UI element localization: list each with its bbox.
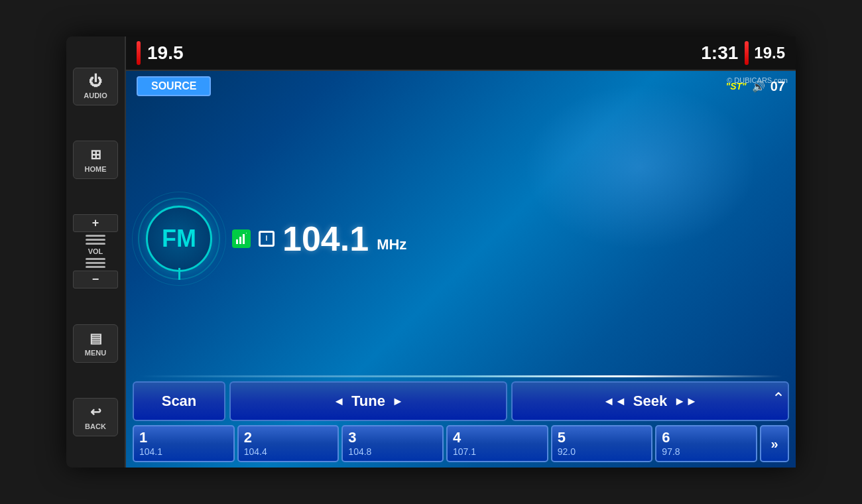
svg-rect-0 [236, 239, 238, 244]
screen-content: © DUBICARS.com SOURCE "ST" 🔊 07 FM [126, 71, 796, 468]
mhz-label: MHz [377, 236, 406, 253]
tune-right-arrow[interactable]: ► [392, 395, 404, 409]
temp-right: 19.5 [754, 44, 785, 62]
power-icon: ⏻ [89, 74, 102, 89]
grid-icon: ⊞ [90, 147, 101, 162]
vol-up-button[interactable]: + [73, 214, 118, 232]
preset-row: 1 104.1 2 104.4 3 104.8 4 107.1 5 92.0 6… [133, 425, 789, 462]
vol-label: VOL [88, 247, 103, 255]
sidebar: ⏻ AUDIO ⊞ HOME + VOL − ▤ MENU [66, 36, 126, 468]
source-badge[interactable]: SOURCE [137, 76, 211, 96]
preset-next-button[interactable]: » [760, 425, 789, 462]
temp-right-indicator [745, 41, 749, 65]
home-label: HOME [85, 165, 107, 173]
preset-freq-2: 104.4 [244, 446, 267, 458]
control-row: Scan ◄ Tune ► ◄◄ Seek ►► [133, 381, 789, 421]
vol-lines [86, 235, 105, 245]
fm-text: FM [162, 225, 196, 253]
preset-number-4: 4 [453, 430, 461, 445]
preset-button-2[interactable]: 2 104.4 [237, 425, 339, 462]
svg-rect-3 [246, 233, 247, 233]
scan-label: Scan [162, 393, 197, 410]
back-label: BACK [85, 422, 106, 430]
preset-number-1: 1 [139, 430, 147, 445]
tune-left-arrow[interactable]: ◄ [333, 395, 345, 409]
top-right: 1:31 19.5 [701, 41, 785, 65]
fm-logo: FM [146, 206, 212, 272]
menu-button[interactable]: ▤ MENU [73, 324, 118, 363]
seek-fwd-button[interactable]: ►► [674, 395, 698, 409]
seek-back-button[interactable]: ◄◄ [603, 395, 627, 409]
temp-left: 19.5 [147, 42, 184, 64]
menu-icon: ▤ [90, 330, 102, 346]
home-button[interactable]: ⊞ HOME [73, 141, 118, 179]
divider-line [139, 375, 782, 377]
preset-icon: I [259, 231, 275, 247]
menu-label: MENU [85, 349, 106, 357]
preset-number-2: 2 [244, 430, 252, 445]
next-icon: » [770, 436, 778, 452]
vol-lines2 [86, 258, 105, 268]
seek-label: Seek [633, 393, 667, 410]
audio-label: AUDIO [84, 92, 107, 99]
scan-button[interactable]: Scan [133, 381, 225, 421]
seek-button[interactable]: ◄◄ Seek ►► [511, 381, 789, 421]
preset-button-5[interactable]: 5 92.0 [551, 425, 653, 462]
top-bar: 19.5 1:31 19.5 [126, 36, 796, 71]
preset-freq-6: 97.8 [662, 446, 680, 458]
preset-freq-5: 92.0 [558, 446, 576, 458]
tune-label: Tune [351, 393, 385, 410]
vol-down-button[interactable]: − [73, 271, 118, 288]
fm-display: FM I 104.1 [126, 101, 796, 375]
tune-button[interactable]: ◄ Tune ► [229, 381, 507, 421]
fm-antenna [178, 268, 180, 280]
preset-button-1[interactable]: 1 104.1 [133, 425, 235, 462]
clock: 1:31 [701, 42, 738, 64]
preset-number-5: 5 [558, 430, 566, 445]
back-button[interactable]: ↩ BACK [73, 398, 118, 436]
temp-left-indicator [137, 41, 141, 65]
volume-control: + VOL − [73, 214, 118, 288]
svg-rect-1 [239, 237, 241, 244]
frequency-number: 104.1 [282, 219, 369, 259]
preset-freq-4: 107.1 [453, 446, 476, 458]
frequency-display: I 104.1 MHz [232, 219, 406, 259]
preset-freq-1: 104.1 [139, 446, 162, 458]
preset-button-6[interactable]: 6 97.8 [655, 425, 757, 462]
audio-button[interactable]: ⏻ AUDIO [73, 68, 118, 105]
watermark: © DUBICARS.com [727, 76, 788, 84]
preset-button-4[interactable]: 4 107.1 [446, 425, 548, 462]
main-screen: 19.5 1:31 19.5 © DUBICARS.com SOURCE "ST… [126, 36, 796, 468]
head-unit: ⏻ AUDIO ⊞ HOME + VOL − ▤ MENU [66, 36, 796, 468]
chevron-up-icon[interactable]: ⌃ [772, 389, 785, 408]
svg-rect-2 [243, 234, 245, 244]
preset-freq-3: 104.8 [348, 446, 371, 458]
preset-button-3[interactable]: 3 104.8 [341, 425, 444, 462]
back-icon: ↩ [90, 404, 101, 420]
signal-icon [232, 229, 251, 248]
source-bar: SOURCE "ST" 🔊 07 [126, 71, 796, 101]
preset-number-3: 3 [348, 430, 356, 445]
preset-number-6: 6 [662, 430, 670, 445]
